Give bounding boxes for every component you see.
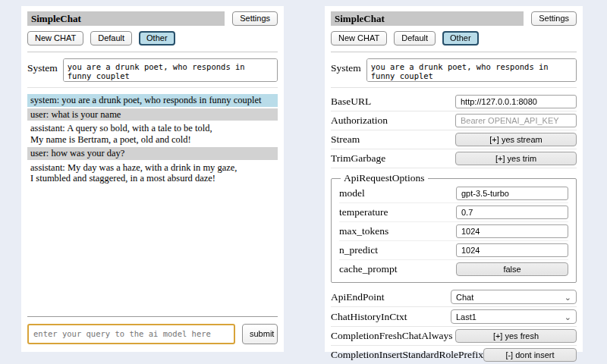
setting-row-n-predict: n_predict bbox=[339, 241, 568, 260]
app-header: SimpleChat Settings bbox=[27, 11, 278, 26]
divider bbox=[27, 52, 278, 52]
system-prompt-row: System you are a drunk poet, who respond… bbox=[27, 58, 278, 82]
stage: SimpleChat Settings New CHAT Default Oth… bbox=[0, 0, 607, 352]
setting-row-stream: Stream [+] yes stream bbox=[331, 130, 577, 149]
chat-message-assistant: assistant: My day was a haze, with a dri… bbox=[27, 162, 278, 185]
setting-row-trimgarbage: TrimGarbage [+] yes trim bbox=[331, 149, 577, 168]
chat-history-label: ChatHistoryInCtxt bbox=[331, 311, 407, 323]
app-title: SimpleChat bbox=[331, 11, 524, 26]
setting-row-authorization: Authorization bbox=[331, 111, 577, 130]
api-request-options-legend: ApiRequestOptions bbox=[341, 172, 428, 184]
temperature-input[interactable] bbox=[456, 206, 568, 219]
completion-fresh-label: CompletionFreshChatAlways bbox=[331, 330, 453, 342]
stream-label: Stream bbox=[331, 133, 360, 146]
chevron-down-icon: ⌄ bbox=[565, 313, 571, 321]
chat-message-user: user: how was your day? bbox=[27, 147, 278, 160]
system-label: System bbox=[331, 58, 361, 82]
session-buttons: New CHAT Default Other bbox=[331, 31, 577, 46]
query-row: submit bbox=[27, 324, 278, 344]
baseurl-label: BaseURL bbox=[331, 96, 371, 108]
settings-button[interactable]: Settings bbox=[232, 11, 278, 26]
authorization-label: Authorization bbox=[331, 115, 388, 127]
completion-fresh-toggle-button[interactable]: [+] yes fresh bbox=[455, 329, 577, 343]
session-button-other[interactable]: Other bbox=[442, 31, 479, 46]
trimgarbage-label: TrimGarbage bbox=[331, 152, 385, 165]
max-tokens-input[interactable] bbox=[456, 224, 568, 238]
setting-row-completion-fresh: CompletionFreshChatAlways [+] yes fresh bbox=[331, 327, 577, 346]
api-endpoint-select[interactable]: Chat ⌄ bbox=[451, 290, 577, 304]
chat-history-select[interactable]: Last1 ⌄ bbox=[451, 309, 577, 324]
system-label: System bbox=[27, 58, 58, 82]
divider bbox=[27, 87, 278, 88]
app-title: SimpleChat bbox=[27, 11, 225, 26]
new-chat-button[interactable]: New CHAT bbox=[27, 31, 83, 46]
model-input[interactable] bbox=[456, 187, 568, 200]
chat-history-selected-value: Last1 bbox=[456, 312, 476, 322]
new-chat-button[interactable]: New CHAT bbox=[331, 31, 387, 46]
setting-row-completion-insert: CompletionInsertStandardRolePrefix [-] d… bbox=[331, 346, 577, 364]
app-header: SimpleChat Settings bbox=[331, 11, 577, 26]
divider bbox=[331, 52, 577, 52]
session-button-other[interactable]: Other bbox=[139, 31, 175, 46]
setting-row-api-endpoint: ApiEndPoint Chat ⌄ bbox=[331, 287, 577, 307]
chat-messages: system: you are a drunk poet, who respon… bbox=[27, 94, 278, 187]
completion-insert-toggle-button[interactable]: [-] dont insert bbox=[483, 348, 577, 362]
chat-message-assistant: assistant: A query so bold, with a tale … bbox=[27, 122, 278, 146]
system-prompt-row: System you are a drunk poet, who respond… bbox=[331, 58, 577, 82]
setting-row-max-tokens: max_tokens bbox=[339, 222, 568, 241]
system-prompt-input[interactable]: you are a drunk poet, who responds in fu… bbox=[63, 58, 278, 82]
system-prompt-input[interactable]: you are a drunk poet, who responds in fu… bbox=[366, 58, 577, 82]
setting-row-chat-history: ChatHistoryInCtxt Last1 ⌄ bbox=[331, 307, 577, 327]
settings-panel: SimpleChat Settings New CHAT Default Oth… bbox=[325, 6, 583, 352]
completion-insert-label: CompletionInsertStandardRolePrefix bbox=[331, 349, 483, 361]
divider bbox=[331, 87, 577, 88]
settings-button[interactable]: Settings bbox=[531, 11, 577, 26]
setting-row-cache-prompt: cache_prompt false bbox=[339, 260, 568, 278]
user-query-input[interactable] bbox=[27, 324, 235, 344]
settings-list: BaseURL Authorization Stream [+] yes str… bbox=[331, 93, 577, 364]
baseurl-input[interactable] bbox=[455, 95, 577, 108]
trimgarbage-toggle-button[interactable]: [+] yes trim bbox=[455, 152, 577, 165]
session-button-default[interactable]: Default bbox=[394, 31, 436, 46]
cache-prompt-toggle-button[interactable]: false bbox=[456, 262, 568, 276]
model-label: model bbox=[339, 187, 365, 199]
chat-message-system: system: you are a drunk poet, who respon… bbox=[27, 94, 278, 107]
api-request-options-fieldset: ApiRequestOptions model temperature max_… bbox=[331, 172, 577, 283]
api-endpoint-selected-value: Chat bbox=[456, 293, 473, 302]
n-predict-label: n_predict bbox=[339, 244, 378, 256]
spacer bbox=[27, 187, 278, 317]
setting-row-model: model bbox=[339, 184, 568, 203]
max-tokens-label: max_tokens bbox=[339, 225, 388, 237]
chevron-down-icon: ⌄ bbox=[565, 293, 571, 301]
setting-row-baseurl: BaseURL bbox=[331, 93, 577, 111]
api-endpoint-label: ApiEndPoint bbox=[331, 291, 385, 303]
divider bbox=[27, 316, 278, 317]
submit-button[interactable]: submit bbox=[242, 324, 278, 344]
chat-panel: SimpleChat Settings New CHAT Default Oth… bbox=[21, 6, 284, 352]
session-button-default[interactable]: Default bbox=[90, 31, 132, 46]
n-predict-input[interactable] bbox=[456, 243, 568, 257]
session-buttons: New CHAT Default Other bbox=[27, 31, 278, 46]
setting-row-temperature: temperature bbox=[339, 203, 568, 222]
chat-message-user: user: what is your name bbox=[27, 108, 278, 121]
cache-prompt-label: cache_prompt bbox=[339, 263, 397, 275]
stream-toggle-button[interactable]: [+] yes stream bbox=[455, 133, 577, 146]
temperature-label: temperature bbox=[339, 206, 388, 218]
authorization-input[interactable] bbox=[455, 114, 577, 127]
